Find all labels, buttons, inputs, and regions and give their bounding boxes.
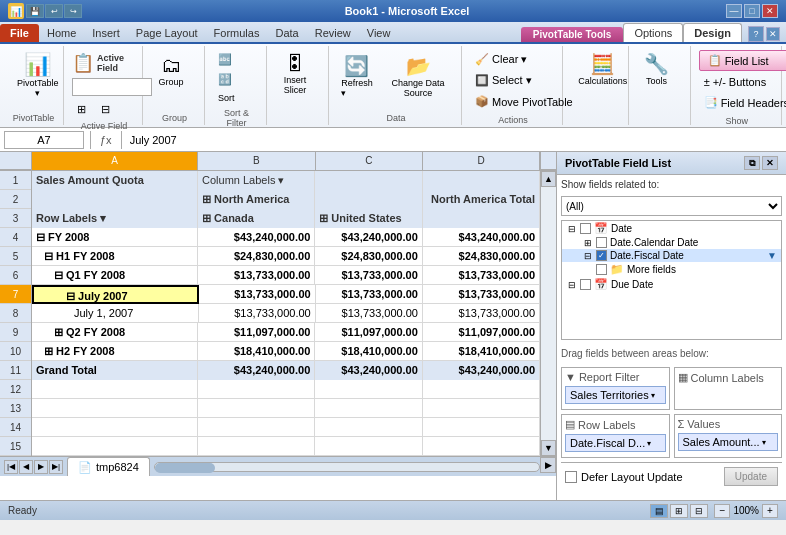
- cell-9b[interactable]: $11,097,000.00: [198, 323, 315, 342]
- col-header-a[interactable]: A: [32, 152, 198, 170]
- insert-slicer-btn[interactable]: 🎛 InsertSlicer: [275, 48, 315, 99]
- refresh-btn[interactable]: 🔄 Refresh▾: [337, 50, 377, 102]
- more-checkbox[interactable]: [596, 264, 607, 275]
- change-data-source-btn[interactable]: 📂 Change Data Source: [381, 50, 455, 102]
- tab-home[interactable]: Home: [39, 24, 84, 42]
- cell-5b[interactable]: $24,830,000.00: [198, 247, 315, 266]
- tab-view[interactable]: View: [359, 24, 399, 42]
- row-9[interactable]: 9: [0, 323, 31, 342]
- cell-2b[interactable]: ⊞ North America: [198, 190, 315, 209]
- cell-11d[interactable]: $43,240,000.00: [423, 361, 540, 380]
- tab-file[interactable]: File: [0, 24, 39, 42]
- due-date-expand[interactable]: ⊟: [566, 279, 577, 290]
- fiscal-date-area-item[interactable]: Date.Fiscal D... ▾: [565, 434, 666, 452]
- cell-10c[interactable]: $18,410,000.00: [315, 342, 422, 361]
- update-btn[interactable]: Update: [724, 467, 778, 486]
- row-14[interactable]: 14: [0, 418, 31, 437]
- field-item-due-date[interactable]: ⊟ 📅 Due Date: [562, 277, 781, 292]
- select-btn[interactable]: 🔲 Select ▾: [470, 71, 578, 90]
- vertical-scrollbar[interactable]: ▲ ▼: [540, 171, 556, 456]
- tab-design[interactable]: Design: [683, 23, 742, 42]
- cell-9a[interactable]: ⊞ Q2 FY 2008: [32, 323, 198, 342]
- sort-btn[interactable]: Sort: [213, 90, 240, 106]
- scroll-up-btn[interactable]: ▲: [541, 171, 556, 187]
- row-10[interactable]: 10: [0, 342, 31, 361]
- row-4[interactable]: 4: [0, 228, 31, 247]
- normal-view-btn[interactable]: ▤: [650, 504, 668, 518]
- cell-2d[interactable]: North America Total: [423, 190, 540, 209]
- close-btn[interactable]: ✕: [762, 4, 778, 18]
- cell-7d[interactable]: $13,733,000.00: [423, 285, 540, 304]
- h-scroll-area[interactable]: [150, 457, 540, 476]
- pivottable-btn[interactable]: 📊 PivotTable▾: [10, 50, 66, 102]
- col-header-d[interactable]: D: [423, 152, 540, 170]
- cell-11b[interactable]: $43,240,000.00: [198, 361, 315, 380]
- page-break-view-btn[interactable]: ⊟: [690, 504, 708, 518]
- cell-9c[interactable]: $11,097,000.00: [315, 323, 422, 342]
- cell-4b[interactable]: $43,240,000.00: [198, 228, 315, 247]
- row-1[interactable]: 1: [0, 171, 31, 190]
- field-item-more-fields[interactable]: 📁 More fields: [562, 262, 781, 277]
- quick-undo[interactable]: ↩: [45, 4, 63, 18]
- cell-6d[interactable]: $13,733,000.00: [423, 266, 540, 285]
- cell-1a[interactable]: Sales Amount Quota: [32, 171, 198, 190]
- sheet-tab[interactable]: 📄 tmp6824: [67, 457, 150, 476]
- group-btn[interactable]: 🗂 Group: [151, 50, 191, 91]
- sales-amount-item[interactable]: Sales Amount... ▾: [678, 433, 779, 451]
- cell-7a-selected[interactable]: ⊟ July 2007: [32, 285, 199, 304]
- cell-9d[interactable]: $11,097,000.00: [423, 323, 540, 342]
- row-15[interactable]: 15: [0, 437, 31, 456]
- tab-review[interactable]: Review: [307, 24, 359, 42]
- maximize-btn[interactable]: □: [744, 4, 760, 18]
- zoom-out-btn[interactable]: −: [714, 504, 730, 518]
- scroll-down-btn[interactable]: ▼: [541, 440, 556, 456]
- h-scrollbar-thumb[interactable]: [155, 463, 215, 473]
- field-list-btn[interactable]: 📋 Field List: [699, 50, 786, 71]
- row-7[interactable]: 7: [0, 285, 31, 304]
- collapse-field-btn[interactable]: ⊟: [96, 100, 115, 119]
- fiscal-date-checkbox[interactable]: ✓: [596, 250, 607, 261]
- fields-related-dropdown[interactable]: (All): [561, 196, 782, 216]
- cell-3b[interactable]: ⊞ Canada: [198, 209, 315, 228]
- tools-btn[interactable]: 🔧 Tools: [637, 48, 677, 90]
- row-13[interactable]: 13: [0, 399, 31, 418]
- cell-1b[interactable]: Column Labels ▾: [198, 171, 315, 190]
- field-headers-btn[interactable]: 📑 Field Headers: [699, 93, 786, 112]
- fiscal-date-expand[interactable]: ⊟: [582, 250, 593, 261]
- minimize-btn[interactable]: —: [726, 4, 742, 18]
- due-date-checkbox[interactable]: [580, 279, 591, 290]
- field-item-date[interactable]: ⊟ 📅 Date: [562, 221, 781, 236]
- date-expand-icon[interactable]: ⊟: [566, 223, 577, 234]
- row-8[interactable]: 8: [0, 304, 31, 323]
- clear-btn[interactable]: 🧹 Clear ▾: [470, 50, 578, 69]
- page-layout-view-btn[interactable]: ⊞: [670, 504, 688, 518]
- cell-8d[interactable]: $13,733,000.00: [423, 304, 540, 323]
- h-scrollbar[interactable]: [154, 462, 540, 472]
- more-expand[interactable]: [582, 264, 593, 275]
- cell-6b[interactable]: $13,733,000.00: [198, 266, 315, 285]
- cell-6a[interactable]: ⊟ Q1 FY 2008: [32, 266, 198, 285]
- cell-4c[interactable]: $43,240,000.00: [315, 228, 423, 247]
- sort-za-btn[interactable]: 🔡: [213, 70, 240, 89]
- plus-minus-btn[interactable]: ± +/- Buttons: [699, 73, 786, 91]
- tab-page-layout[interactable]: Page Layout: [128, 24, 206, 42]
- cell-4a[interactable]: ⊟ FY 2008: [32, 228, 198, 247]
- field-item-calendar-date[interactable]: ⊞ Date.Calendar Date: [562, 236, 781, 249]
- cell-7b[interactable]: $13,733,000.00: [199, 285, 316, 304]
- cell-3a[interactable]: Row Labels ▾: [32, 209, 198, 228]
- row-11[interactable]: 11: [0, 361, 31, 380]
- tab-insert[interactable]: Insert: [84, 24, 128, 42]
- cell-10a[interactable]: ⊞ H2 FY 2008: [32, 342, 198, 361]
- row-12[interactable]: 12: [0, 380, 31, 399]
- col-header-b[interactable]: B: [198, 152, 315, 170]
- nav-first-btn[interactable]: |◀: [4, 460, 18, 474]
- scroll-track[interactable]: [541, 187, 556, 440]
- quick-save[interactable]: 💾: [26, 4, 44, 18]
- quick-redo[interactable]: ↪: [64, 4, 82, 18]
- nav-prev-btn[interactable]: ◀: [19, 460, 33, 474]
- row-6[interactable]: 6: [0, 266, 31, 285]
- defer-checkbox[interactable]: [565, 471, 577, 483]
- row-5[interactable]: 5: [0, 247, 31, 266]
- row-3[interactable]: 3: [0, 209, 31, 228]
- panel-close-btn[interactable]: ✕: [762, 156, 778, 170]
